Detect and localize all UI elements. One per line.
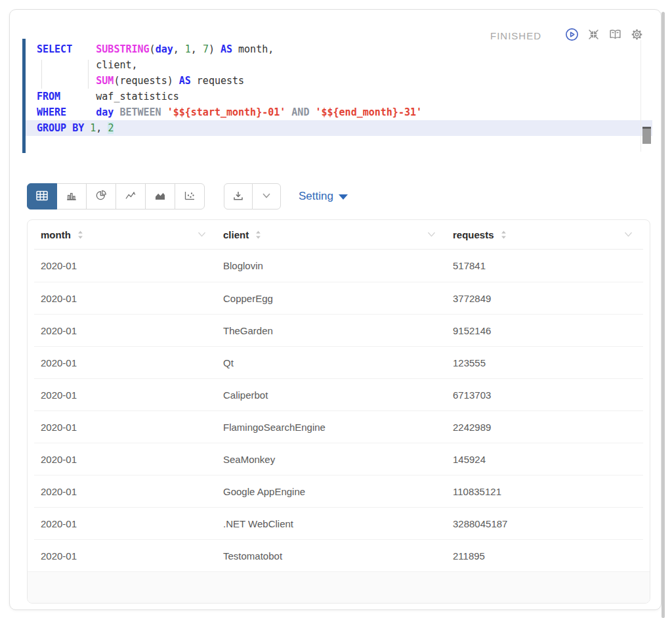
table-row[interactable]: 2020-01TheGarden9152146	[34, 314, 643, 346]
table-row[interactable]: 2020-01Bloglovin517841	[34, 250, 643, 282]
sql-line[interactable]: GROUP BY 1, 2	[37, 120, 640, 136]
page: FINISHED	[0, 0, 672, 618]
cell-client: CopperEgg	[217, 293, 446, 304]
filter-chevron-icon[interactable]	[197, 231, 207, 238]
download-split-button	[224, 183, 281, 210]
column-header-client[interactable]: client	[217, 229, 446, 240]
table-body: 2020-01Bloglovin5178412020-01CopperEgg37…	[34, 250, 643, 571]
column-label: requests	[453, 229, 494, 240]
column-header-requests[interactable]: requests	[446, 229, 643, 240]
view-line-chart-button[interactable]	[116, 183, 146, 210]
sql-editor[interactable]: SELECT SUBSTRING(day, 1, 7) AS month, cl…	[22, 39, 652, 153]
cell-client: FlamingoSearchEngine	[217, 422, 446, 433]
view-area-chart-button[interactable]	[145, 183, 175, 210]
cell-month: 2020-01	[34, 454, 217, 465]
sql-code[interactable]: SELECT SUBSTRING(day, 1, 7) AS month, cl…	[37, 41, 640, 136]
cell-client: Testomatobot	[217, 550, 446, 562]
cell-month: 2020-01	[34, 518, 217, 529]
sort-icon[interactable]	[77, 230, 84, 240]
column-label: month	[41, 229, 71, 240]
table-icon	[35, 190, 49, 204]
filter-chevron-icon[interactable]	[623, 231, 633, 238]
cell-month: 2020-01	[34, 357, 217, 368]
chevron-down-icon	[261, 192, 272, 202]
cell-month: 2020-01	[34, 422, 217, 433]
table-row[interactable]: 2020-01SeaMonkey145924	[34, 443, 643, 475]
query-result-card: FINISHED	[9, 9, 662, 610]
table-row[interactable]: 2020-01Testomatobot211895	[34, 539, 643, 571]
column-header-month[interactable]: month	[34, 229, 217, 240]
result-table: month client	[27, 219, 650, 604]
table-header: month client	[34, 220, 643, 250]
cell-client: TheGarden	[217, 325, 446, 336]
table-row[interactable]: 2020-01Caliperbot6713703	[34, 378, 643, 410]
cell-client: Bloglovin	[217, 260, 446, 271]
table-row[interactable]: 2020-01CopperEgg3772849	[34, 282, 643, 314]
sort-icon[interactable]	[255, 230, 262, 240]
cell-client: Google AppEngine	[217, 486, 446, 497]
cell-client: Caliperbot	[217, 389, 446, 401]
setting-dropdown[interactable]: Setting	[299, 190, 348, 203]
cell-requests: 9152146	[446, 325, 643, 336]
cell-requests: 110835121	[446, 486, 643, 497]
pie-chart-icon	[94, 189, 108, 204]
view-table-button[interactable]	[27, 183, 57, 210]
sql-line[interactable]: WHERE day BETWEEN '$${start_month}-01' A…	[37, 104, 640, 120]
table-row[interactable]: 2020-01.NET WebClient3288045187	[34, 507, 643, 539]
cell-requests: 211895	[446, 550, 643, 562]
setting-label: Setting	[299, 190, 333, 203]
result-toolbar: Setting	[27, 183, 348, 210]
scatter-plot-icon	[183, 190, 196, 204]
cell-requests: 3772849	[446, 293, 643, 304]
cell-month: 2020-01	[34, 550, 217, 562]
sort-icon[interactable]	[500, 230, 507, 240]
view-pie-chart-button[interactable]	[86, 183, 116, 210]
view-scatter-plot-button[interactable]	[175, 183, 205, 210]
filter-chevron-icon[interactable]	[427, 231, 436, 238]
cell-requests: 2242989	[446, 422, 643, 433]
cell-client: .NET WebClient	[217, 518, 446, 529]
table-row[interactable]: 2020-01FlamingoSearchEngine2242989	[34, 410, 643, 443]
cell-requests: 123555	[446, 357, 643, 368]
table-footer	[28, 571, 650, 603]
sql-line[interactable]: client,	[37, 57, 640, 73]
download-options-button[interactable]	[252, 183, 281, 210]
sql-line[interactable]: SELECT SUBSTRING(day, 1, 7) AS month,	[37, 41, 640, 57]
view-bar-chart-button[interactable]	[56, 183, 87, 210]
cell-month: 2020-01	[34, 293, 217, 304]
sql-line[interactable]: SUM(requests) AS requests	[37, 73, 640, 89]
cell-requests: 145924	[446, 454, 643, 465]
caret-down-icon	[339, 194, 348, 200]
cell-requests: 517841	[446, 260, 643, 271]
sql-line[interactable]: FROM waf_statistics	[37, 89, 640, 104]
editor-scrollbar-thumb[interactable]	[642, 127, 651, 144]
view-switcher	[27, 183, 205, 210]
cell-client: Qt	[217, 357, 446, 368]
cell-requests: 6713703	[446, 389, 643, 401]
line-chart-icon	[124, 190, 137, 204]
cell-requests: 3288045187	[446, 518, 643, 529]
cell-month: 2020-01	[34, 389, 217, 401]
column-label: client	[223, 229, 249, 240]
table-row[interactable]: 2020-01Google AppEngine110835121	[34, 475, 643, 507]
cell-month: 2020-01	[34, 325, 217, 336]
download-icon	[232, 190, 245, 204]
area-chart-icon	[154, 190, 167, 204]
download-button[interactable]	[224, 183, 253, 210]
editor-scrollbar-track[interactable]	[640, 40, 652, 152]
cell-month: 2020-01	[34, 486, 217, 497]
table-row[interactable]: 2020-01Qt123555	[34, 346, 643, 378]
cell-client: SeaMonkey	[217, 454, 446, 465]
cell-month: 2020-01	[34, 260, 217, 271]
bar-chart-icon	[65, 190, 78, 204]
page-scrollbar[interactable]	[662, 12, 665, 618]
